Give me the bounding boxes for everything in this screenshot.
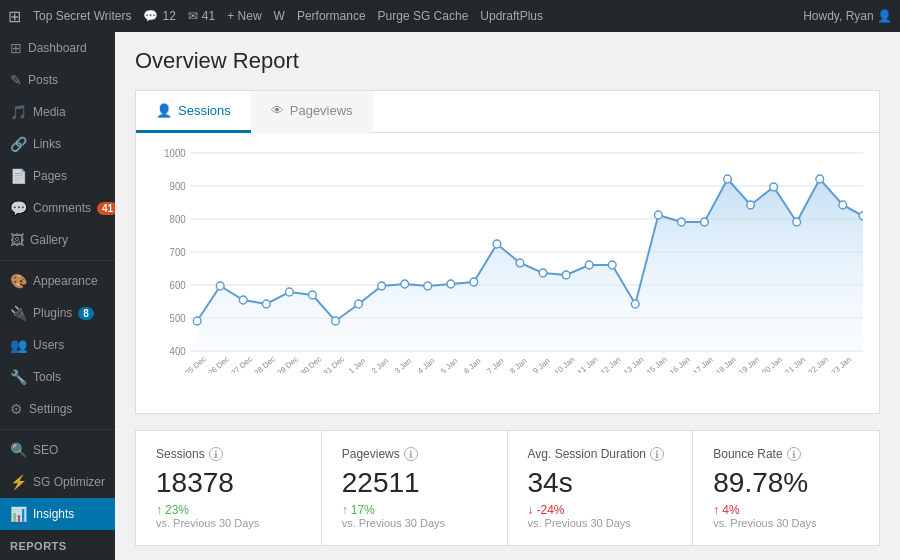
svg-point-29 [539,269,547,277]
svg-point-24 [424,282,432,290]
bounce-rate-value: 89.78% [713,467,859,499]
svg-point-33 [631,300,639,308]
pageview-tab-icon: 👁 [271,103,284,118]
sidebar-item-tools[interactable]: 🔧 Tools [0,361,115,393]
tab-pageviews[interactable]: 👁 Pageviews [251,91,373,133]
sidebar-item-comments[interactable]: 💬 Comments 41 [0,192,115,224]
svg-text:1000: 1000 [164,148,186,159]
svg-point-38 [747,201,755,209]
tools-icon: 🔧 [10,369,27,385]
svg-point-42 [839,201,847,209]
messages-count[interactable]: ✉ 41 [188,9,215,23]
appearance-icon: 🎨 [10,273,27,289]
chart-container: 1000 900 800 700 600 500 400 [136,133,879,413]
avg-session-vs: vs. Previous 30 Days [528,517,673,529]
pageviews-label: Pageviews ℹ [342,447,487,461]
sidebar-item-gallery[interactable]: 🖼 Gallery [0,224,115,256]
svg-text:18 Jan: 18 Jan [714,355,737,373]
sidebar-item-seo[interactable]: 🔍 SEO [0,434,115,466]
svg-text:6 Jan: 6 Jan [462,356,482,373]
sidebar-item-posts[interactable]: ✎ Posts [0,64,115,96]
svg-point-15 [216,282,224,290]
sidebar-item-pages[interactable]: 📄 Pages [0,160,115,192]
svg-point-32 [608,261,616,269]
sidebar: ⊞ Dashboard ✎ Posts 🎵 Media 🔗 Links 📄 Pa… [0,32,115,560]
pageviews-info-icon[interactable]: ℹ [404,447,418,461]
new-button[interactable]: + New [227,9,261,23]
howdy-text[interactable]: Howdy, Ryan 👤 [803,9,892,23]
performance-link[interactable]: Performance [297,9,366,23]
sidebar-item-plugins[interactable]: 🔌 Plugins 8 [0,297,115,329]
svg-text:29 Dec: 29 Dec [276,354,300,373]
svg-text:4 Jan: 4 Jan [416,356,436,373]
avg-session-info-icon[interactable]: ℹ [650,447,664,461]
svg-point-34 [655,211,663,219]
svg-point-36 [701,218,709,226]
pageviews-change: ↑ 17% [342,503,487,517]
stat-card-avg-session: Avg. Session Duration ℹ 34s ↓ -24% vs. P… [508,431,694,545]
svg-text:7 Jan: 7 Jan [485,356,505,373]
purge-cache-link[interactable]: Purge SG Cache [378,9,469,23]
svg-point-21 [355,300,363,308]
svg-point-30 [562,271,570,279]
sidebar-item-settings[interactable]: ⚙ Settings [0,393,115,425]
wp-logo-icon[interactable]: ⊞ [8,7,21,26]
sidebar-divider-1 [0,260,115,261]
svg-text:700: 700 [170,247,187,258]
sidebar-item-dashboard[interactable]: ⊞ Dashboard [0,32,115,64]
pageviews-vs: vs. Previous 30 Days [342,517,487,529]
sessions-label: Sessions ℹ [156,447,301,461]
svg-point-28 [516,259,524,267]
comments-badge: 41 [97,202,115,215]
svg-text:16 Jan: 16 Jan [668,355,691,373]
svg-text:12 Jan: 12 Jan [599,355,622,373]
chart-tabs: 👤 Sessions 👁 Pageviews [136,91,879,133]
admin-bar: ⊞ Top Secret Writers 💬 12 ✉ 41 + New W P… [0,0,900,32]
plugins-icon: 🔌 [10,305,27,321]
links-icon: 🔗 [10,136,27,152]
sessions-info-icon[interactable]: ℹ [209,447,223,461]
svg-text:2 Jan: 2 Jan [370,356,390,373]
tab-sessions[interactable]: 👤 Sessions [136,91,251,133]
site-name[interactable]: Top Secret Writers [33,9,131,23]
sidebar-item-appearance[interactable]: 🎨 Appearance [0,265,115,297]
bounce-rate-vs: vs. Previous 30 Days [713,517,859,529]
pages-icon: 📄 [10,168,27,184]
posts-icon: ✎ [10,72,22,88]
svg-point-18 [286,288,294,296]
svg-text:23 Jan: 23 Jan [830,355,853,373]
wp-icon[interactable]: W [274,9,285,23]
sidebar-item-insights[interactable]: 📊 Insights [0,498,115,530]
stat-card-sessions: Sessions ℹ 18378 ↑ 23% vs. Previous 30 D… [136,431,322,545]
svg-text:8 Jan: 8 Jan [508,356,528,373]
svg-point-26 [470,278,478,286]
comments-count[interactable]: 💬 12 [143,9,175,23]
updraft-link[interactable]: UpdraftPlus [480,9,543,23]
bounce-rate-info-icon[interactable]: ℹ [787,447,801,461]
svg-point-31 [585,261,593,269]
svg-text:900: 900 [170,181,187,192]
svg-text:26 Dec: 26 Dec [206,354,230,373]
sessions-arrow: ↑ [156,503,162,517]
sidebar-item-sg-optimizer[interactable]: ⚡ SG Optimizer [0,466,115,498]
svg-text:500: 500 [170,313,187,324]
page-title: Overview Report [135,48,880,74]
pageviews-value: 22511 [342,467,487,499]
svg-point-43 [859,212,863,220]
svg-text:9 Jan: 9 Jan [531,356,551,373]
sessions-change: ↑ 23% [156,503,301,517]
seo-icon: 🔍 [10,442,27,458]
sidebar-sub-settings[interactable]: Settings [0,556,115,560]
avg-session-arrow: ↓ [528,503,534,517]
stats-grid: Sessions ℹ 18378 ↑ 23% vs. Previous 30 D… [135,430,880,546]
svg-text:27 Dec: 27 Dec [230,354,254,373]
svg-point-23 [401,280,409,288]
svg-text:1 Jan: 1 Jan [347,356,367,373]
sidebar-item-media[interactable]: 🎵 Media [0,96,115,128]
sidebar-item-users[interactable]: 👥 Users [0,329,115,361]
sidebar-item-links[interactable]: 🔗 Links [0,128,115,160]
chart-panel: 👤 Sessions 👁 Pageviews [135,90,880,414]
svg-point-17 [262,300,270,308]
bounce-rate-change: ↑ 4% [713,503,859,517]
bounce-rate-arrow: ↑ [713,503,719,517]
